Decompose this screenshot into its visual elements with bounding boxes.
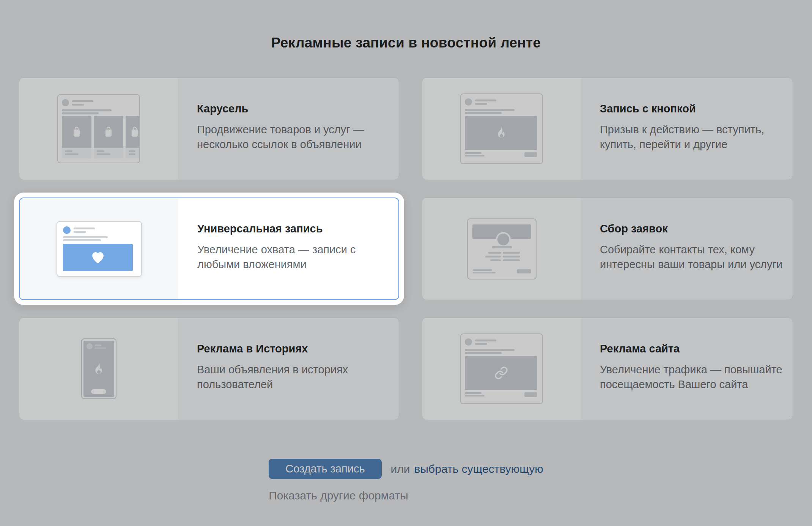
card-illustration — [20, 198, 178, 299]
card-description: Увеличение охвата — записи с любыми влож… — [197, 242, 392, 272]
card-title: Универсальная запись — [197, 223, 392, 235]
format-card-universal-post[interactable]: Универсальная запись Увеличение охвата —… — [19, 197, 399, 300]
placeholder-line — [63, 236, 108, 238]
placeholder-line — [63, 239, 101, 241]
card-text: Универсальная запись Увеличение охвата —… — [178, 198, 398, 299]
universal-post-mockup — [57, 221, 142, 277]
avatar — [63, 226, 71, 234]
placeholder-line — [74, 231, 86, 233]
heart-icon — [91, 251, 105, 264]
placeholder-line — [74, 227, 95, 229]
post-image — [63, 244, 133, 271]
